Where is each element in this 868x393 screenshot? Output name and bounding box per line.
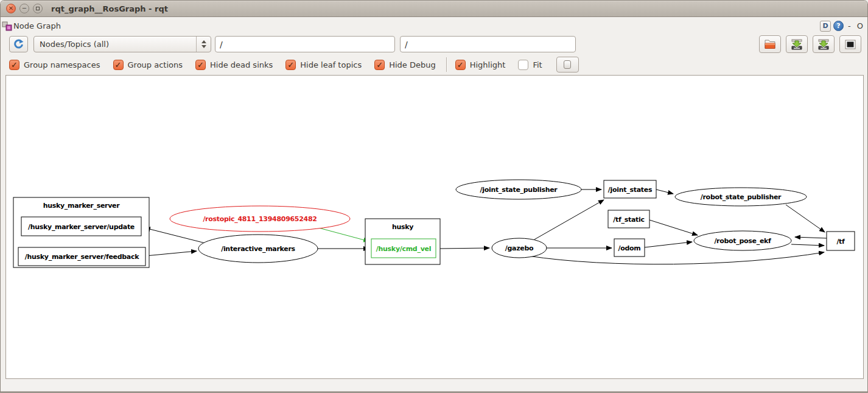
maximize-icon: [36, 7, 40, 10]
graph-toolbar: Nodes/Topics (all): [1, 34, 868, 55]
options-separator: [446, 57, 447, 72]
dock-close-button[interactable]: O: [855, 21, 865, 30]
graph-node-label: /tf: [836, 238, 845, 246]
graph-type-value: Nodes/Topics (all): [34, 40, 196, 49]
option-hide-debug[interactable]: ✓Hide Debug: [374, 60, 436, 70]
refresh-button[interactable]: [9, 36, 28, 52]
black-square-icon: [845, 40, 856, 49]
graph-edge:/joint_states->/robot_state_publisher: [656, 189, 673, 194]
graph-node-label: /joint_states: [608, 186, 653, 194]
option-hide-dead-sinks[interactable]: ✓Hide dead sinks: [195, 60, 273, 70]
option-label: Highlight: [470, 60, 506, 69]
graph-edge:/odom->/robot_pose_ekf: [645, 242, 692, 247]
snapshot-button[interactable]: [839, 35, 861, 53]
window-titlebar: ✕ − rqt_graph__RosGraph - rqt: [1, 1, 868, 17]
options-bar: ✓Group namespaces✓Group actions✓Hide dea…: [1, 55, 868, 74]
graph-node-joint_states: /joint_states: [604, 180, 656, 198]
checkbox-checked-icon[interactable]: ✓: [374, 60, 385, 70]
graph-node-interactive_markers: /interactive_markers: [198, 235, 318, 263]
save-image-button[interactable]: [813, 35, 835, 53]
graph-node-label: /robot_state_publisher: [701, 193, 782, 201]
graph-node-update: /husky_marker_server/update: [21, 217, 141, 236]
graph-node-label: /gazebo: [505, 244, 534, 252]
graph-node-feedback: /husky_marker_server/feedback: [18, 247, 145, 266]
graph-node-label: /husky_marker_server/feedback: [25, 253, 139, 261]
graph-node-label: husky_marker_server: [43, 202, 121, 210]
option-label: Fit: [533, 60, 542, 69]
graph-node-label: /rostopic_4811_1394809652482: [203, 215, 317, 223]
graph-edge:/husky/cmd_vel->/gazebo: [440, 248, 489, 249]
checkbox-checked-icon[interactable]: ✓: [285, 60, 296, 70]
rqt-window: { "window": { "title": "rqt_graph__RosGr…: [0, 0, 868, 393]
option-label: Group actions: [128, 60, 183, 69]
graph-edge:/robot_state_publisher->/tf: [786, 205, 825, 232]
checkbox-unchecked-icon[interactable]: [518, 60, 528, 70]
window-title: rqt_graph__RosGraph - rqt: [51, 4, 168, 13]
graph-node-robot_pose_ekf: /robot_pose_ekf: [694, 231, 791, 250]
save-icon: [791, 39, 803, 50]
graph-svg: husky_marker_serverhusky/husky_marker_se…: [6, 76, 863, 378]
graph-node-label: /joint_state_publisher: [480, 186, 558, 194]
graph-node-tf: /tf: [827, 232, 855, 250]
option-label: Group namespaces: [24, 60, 100, 69]
graph-edge:/tf_static->/robot_pose_ekf: [649, 220, 698, 235]
option-group-actions[interactable]: ✓Group actions: [113, 60, 183, 70]
graph-type-select[interactable]: Nodes/Topics (all): [33, 36, 211, 52]
refresh-icon: [13, 38, 24, 50]
graph-edge:/rostopic_4811_1394809652482->/husky/cmd_vel: [317, 227, 369, 241]
graph-node-odom: /odom: [614, 239, 645, 257]
dock-help-button[interactable]: ?: [833, 21, 844, 31]
graph-edge:/gazebo->/joint_states: [534, 200, 604, 239]
save-dot-button[interactable]: [786, 35, 808, 53]
fit-in-view-icon: [564, 60, 571, 69]
option-hide-leaf-topics[interactable]: ✓Hide leaf topics: [285, 60, 362, 70]
option-label: Hide Debug: [389, 60, 436, 69]
option-label: Hide leaf topics: [300, 60, 362, 69]
graph-node-cmd_vel: /husky/cmd_vel: [371, 239, 436, 258]
checkbox-checked-icon[interactable]: ✓: [455, 60, 466, 70]
save-icon: [817, 39, 830, 50]
graph-edge:/husky_marker_server/feedback->/interactive_markers: [145, 251, 197, 256]
node-filter-input[interactable]: [215, 36, 395, 52]
window-minimize-button[interactable]: −: [19, 4, 29, 13]
status-bar: [1, 380, 868, 392]
open-dot-button[interactable]: [759, 35, 781, 53]
graph-node-label: /husky_marker_server/update: [28, 223, 135, 231]
option-group-namespaces[interactable]: ✓Group namespaces: [9, 60, 100, 70]
option-highlight[interactable]: ✓Highlight: [455, 60, 506, 70]
fit-in-view-button[interactable]: [556, 57, 579, 73]
window-close-button[interactable]: ✕: [6, 4, 16, 13]
graph-node-robot_state_publisher: /robot_state_publisher: [675, 188, 807, 206]
graph-node-label: husky: [392, 223, 413, 231]
option-label: Hide dead sinks: [210, 60, 273, 69]
graph-edge:/interactive_markers->/husky_marker_server/update: [145, 228, 205, 243]
dock-header: Node Graph D ? - O: [1, 18, 868, 34]
folder-icon: [764, 39, 776, 49]
option-fit[interactable]: Fit: [518, 60, 542, 70]
graph-node-label: /tf_static: [613, 216, 644, 224]
graph-edge:/robot_pose_ekf->/tf: [791, 244, 824, 246]
graph-node-joint_state_publisher: /joint_state_publisher: [456, 180, 581, 199]
graph-node-rostopic: /rostopic_4811_1394809652482: [170, 206, 350, 232]
dock-dock-button[interactable]: D: [820, 21, 831, 32]
node-graph-icon: [2, 21, 12, 31]
dock-minimize-button[interactable]: -: [846, 21, 853, 30]
graph-node-label: /robot_pose_ekf: [714, 237, 771, 245]
graph-node-label: /odom: [618, 244, 641, 252]
graph-node-label: /husky/cmd_vel: [376, 245, 431, 253]
window-maximize-button[interactable]: [33, 4, 43, 13]
checkbox-checked-icon[interactable]: ✓: [113, 60, 124, 70]
combo-spinner-icon: [196, 37, 211, 52]
graph-node-gazebo: /gazebo: [492, 238, 547, 258]
checkbox-checked-icon[interactable]: ✓: [195, 60, 206, 70]
graph-canvas[interactable]: husky_marker_serverhusky/husky_marker_se…: [5, 75, 864, 379]
graph-node-label: /interactive_markers: [221, 245, 295, 253]
dock-title: Node Graph: [13, 21, 61, 30]
graph-edge:/tf->/robot_pose_ekf: [795, 237, 827, 238]
graph-edge:/gazebo->/tf: [528, 252, 824, 264]
checkbox-checked-icon[interactable]: ✓: [9, 60, 19, 70]
graph-node-tf_static: /tf_static: [608, 210, 649, 228]
topic-filter-input[interactable]: [400, 36, 576, 52]
